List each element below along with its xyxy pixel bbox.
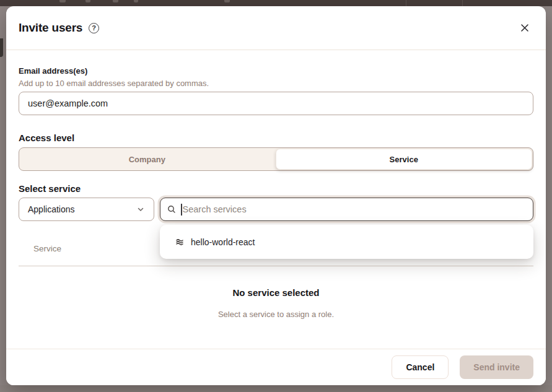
close-icon bbox=[520, 24, 529, 32]
nav-text-fragment bbox=[59, 0, 66, 2]
empty-state-subtitle: Select a service to assign a role. bbox=[6, 310, 546, 319]
table-divider bbox=[19, 266, 533, 266]
result-item-label: hello-world-react bbox=[191, 237, 255, 247]
empty-state-title: No service selected bbox=[6, 287, 546, 298]
text-caret bbox=[181, 204, 182, 216]
close-button[interactable] bbox=[516, 19, 533, 37]
nav-text-fragment bbox=[85, 0, 90, 2]
select-service-label: Select service bbox=[19, 183, 81, 194]
modal-footer: Cancel Send invite bbox=[6, 349, 546, 385]
nav-text-fragment bbox=[113, 0, 118, 2]
dimmed-page-title-fragment bbox=[0, 38, 3, 57]
service-search-field bbox=[160, 198, 533, 221]
chevron-down-icon bbox=[136, 205, 145, 214]
segment-company-label: Company bbox=[129, 155, 165, 164]
nav-text-fragment bbox=[134, 0, 138, 2]
stack-icon bbox=[175, 237, 185, 247]
send-invite-button[interactable]: Send invite bbox=[460, 355, 533, 379]
segment-service[interactable]: Service bbox=[276, 149, 533, 170]
nav-divider bbox=[406, 0, 406, 6]
table-header-service: Service bbox=[33, 244, 61, 253]
invite-users-modal: Invite users ? Email address(es) Add up … bbox=[6, 6, 546, 385]
email-helper-text: Add up to 10 email addresses separated b… bbox=[19, 79, 209, 88]
access-level-segmented-control: Company Service bbox=[19, 147, 533, 171]
help-icon[interactable]: ? bbox=[89, 23, 99, 33]
dimmed-page-bottom bbox=[0, 385, 552, 392]
cancel-button[interactable]: Cancel bbox=[392, 355, 449, 379]
email-label: Email address(es) bbox=[19, 66, 87, 76]
search-input[interactable] bbox=[183, 198, 527, 220]
nav-divider bbox=[462, 0, 463, 6]
service-type-dropdown-value: Applications bbox=[28, 204, 75, 214]
segment-company[interactable]: Company bbox=[19, 148, 275, 170]
dimmed-top-navbar bbox=[0, 0, 552, 6]
result-item-hello-world-react[interactable]: hello-world-react bbox=[160, 230, 533, 255]
nav-text-fragment bbox=[224, 0, 230, 2]
service-type-dropdown[interactable]: Applications bbox=[19, 198, 154, 221]
modal-header: Invite users ? bbox=[6, 6, 546, 50]
modal-title: Invite users bbox=[19, 21, 82, 35]
search-results-panel: hello-world-react bbox=[160, 225, 533, 259]
access-level-label: Access level bbox=[19, 133, 74, 143]
search-icon bbox=[167, 204, 177, 214]
email-input[interactable] bbox=[19, 92, 533, 115]
segment-service-label: Service bbox=[390, 155, 418, 164]
